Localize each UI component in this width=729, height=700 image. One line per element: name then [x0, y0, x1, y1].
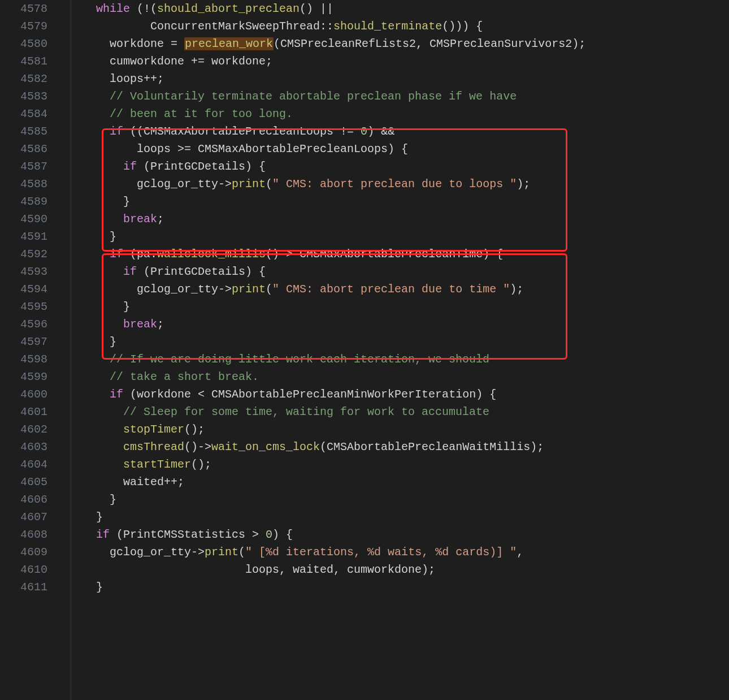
code-token: ConcurrentMarkSweepThread — [150, 20, 320, 33]
code-token — [83, 90, 110, 103]
line-number-gutter: 4578457945804581458245834584458545864587… — [0, 0, 58, 700]
code-line[interactable]: // take a short break. — [83, 368, 585, 386]
code-token: loops++; — [83, 72, 164, 85]
code-token: , — [517, 546, 523, 559]
code-line[interactable]: // If we are doing little work each iter… — [83, 351, 585, 368]
line-number: 4579 — [6, 18, 47, 35]
code-token: if — [110, 125, 123, 138]
code-token — [83, 265, 123, 278]
code-token: ()-> — [184, 440, 211, 453]
line-number: 4609 — [6, 543, 47, 561]
code-token: ())) { — [442, 20, 483, 33]
code-token: loops, waited, cumworkdone); — [83, 563, 435, 576]
code-token: should_abort_preclean — [157, 2, 300, 15]
code-token: (); — [184, 423, 205, 436]
code-token: :: — [320, 20, 333, 33]
code-line[interactable]: // been at it for too long. — [83, 105, 585, 123]
line-number: 4601 — [6, 403, 47, 421]
code-line[interactable]: loops, waited, cumworkdone); — [83, 561, 585, 578]
code-line[interactable]: waited++; — [83, 473, 585, 491]
code-token: wallclock_millis — [157, 248, 266, 261]
code-token: } — [83, 581, 103, 594]
code-token: gclog_or_tty-> — [83, 178, 232, 191]
code-line[interactable]: workdone = preclean_work(CMSPrecleanRefL… — [83, 35, 585, 53]
code-token: // been at it for too long. — [110, 107, 293, 120]
code-line[interactable]: // Voluntarily terminate abortable precl… — [83, 88, 585, 105]
code-area[interactable]: while (!(should_abort_preclean() || Conc… — [71, 0, 585, 700]
code-token: cmsThread — [123, 440, 184, 453]
code-token: 0 — [266, 528, 272, 541]
code-line[interactable]: cumworkdone += workdone; — [83, 53, 585, 70]
code-line[interactable]: startTimer(); — [83, 456, 585, 473]
code-token: ); — [510, 283, 523, 296]
code-token: } — [83, 300, 130, 313]
code-line[interactable]: break; — [83, 210, 585, 228]
code-line[interactable]: if ((CMSMaxAbortablePrecleanLoops != 0) … — [83, 123, 585, 140]
code-token: print — [205, 546, 238, 559]
code-token: (PrintGCDetails) { — [137, 265, 266, 278]
code-line[interactable]: if (pa.wallclock_millis() > CMSMaxAborta… — [83, 245, 585, 263]
code-line[interactable]: } — [83, 508, 585, 526]
line-number: 4608 — [6, 526, 47, 543]
line-number: 4591 — [6, 228, 47, 245]
code-line[interactable]: if (workdone < CMSAbortablePrecleanMinWo… — [83, 386, 585, 403]
code-token: cumworkdone += workdone; — [83, 55, 272, 68]
code-line[interactable]: } — [83, 333, 585, 351]
code-token — [83, 248, 110, 261]
code-token — [83, 318, 123, 331]
code-line[interactable]: loops >= CMSMaxAbortablePrecleanLoops) { — [83, 140, 585, 158]
code-line[interactable]: } — [83, 491, 585, 508]
code-token: ( — [266, 283, 272, 296]
code-token — [83, 458, 123, 471]
code-token: } — [83, 493, 116, 506]
code-line[interactable]: gclog_or_tty->print(" CMS: abort preclea… — [83, 280, 585, 298]
code-line[interactable]: stopTimer(); — [83, 421, 585, 438]
code-token — [83, 107, 110, 120]
code-token — [83, 405, 123, 418]
code-token — [83, 370, 110, 383]
code-token — [83, 388, 110, 401]
code-token: if — [110, 388, 123, 401]
line-number: 4581 — [6, 53, 47, 70]
line-number: 4594 — [6, 280, 47, 298]
code-line[interactable]: // Sleep for some time, waiting for work… — [83, 403, 585, 421]
code-line[interactable]: while (!(should_abort_preclean() || — [83, 0, 585, 18]
code-token — [83, 2, 96, 15]
code-line[interactable]: break; — [83, 316, 585, 333]
code-token — [83, 423, 123, 436]
code-token: workdone = — [83, 37, 184, 50]
code-token: ((CMSMaxAbortablePrecleanLoops != — [123, 125, 361, 138]
code-token: " CMS: abort preclean due to loops " — [272, 178, 517, 191]
line-number: 4585 — [6, 123, 47, 140]
code-token: // take a short break. — [110, 370, 259, 383]
code-line[interactable]: } — [83, 193, 585, 210]
code-line[interactable]: } — [83, 578, 585, 596]
code-token: preclean_work — [184, 37, 274, 50]
code-token: if — [96, 528, 110, 541]
code-token: while — [96, 2, 130, 15]
code-line[interactable]: cmsThread()->wait_on_cms_lock(CMSAbortab… — [83, 438, 585, 456]
code-token — [83, 440, 123, 453]
code-token: } — [83, 511, 103, 524]
code-token — [83, 213, 123, 226]
code-token: () > CMSMaxAbortablePrecleanTime) { — [266, 248, 503, 261]
line-number: 4578 — [6, 0, 47, 18]
code-token: startTimer — [123, 458, 191, 471]
code-token: (PrintCMSStatistics > — [110, 528, 266, 541]
code-line[interactable]: if (PrintCMSStatistics > 0) { — [83, 526, 585, 543]
code-editor[interactable]: 4578457945804581458245834584458545864587… — [0, 0, 729, 700]
code-token: waited++; — [83, 476, 184, 489]
code-line[interactable]: gclog_or_tty->print(" CMS: abort preclea… — [83, 175, 585, 193]
code-line[interactable]: gclog_or_tty->print(" [%d iterations, %d… — [83, 543, 585, 561]
line-number: 4598 — [6, 351, 47, 368]
code-line[interactable]: if (PrintGCDetails) { — [83, 263, 585, 280]
code-line[interactable]: loops++; — [83, 70, 585, 88]
code-line[interactable]: ConcurrentMarkSweepThread::should_termin… — [83, 18, 585, 35]
line-number: 4604 — [6, 456, 47, 473]
code-line[interactable]: } — [83, 228, 585, 245]
code-line[interactable]: } — [83, 298, 585, 316]
code-token: } — [83, 335, 116, 348]
line-number: 4595 — [6, 298, 47, 316]
line-number: 4584 — [6, 105, 47, 123]
code-line[interactable]: if (PrintGCDetails) { — [83, 158, 585, 175]
